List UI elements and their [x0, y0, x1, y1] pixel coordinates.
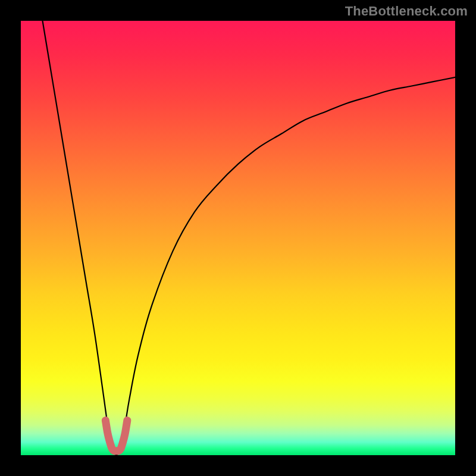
chart-frame: TheBottleneck.com	[0, 0, 476, 476]
optimal-marker	[105, 421, 127, 451]
curve-layer	[21, 21, 455, 455]
watermark-text: TheBottleneck.com	[345, 4, 468, 19]
bottleneck-curve	[43, 21, 456, 455]
plot-area	[21, 21, 455, 455]
